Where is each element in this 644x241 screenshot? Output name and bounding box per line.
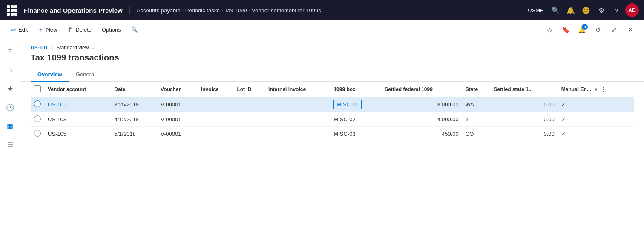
cell-1099-box: MISC-01: [330, 97, 381, 112]
cell-vendor-account: US-105: [44, 127, 111, 141]
avatar[interactable]: AD: [625, 3, 639, 17]
sidebar-home[interactable]: ⌂: [2, 61, 19, 78]
row-checkbox[interactable]: [34, 130, 41, 137]
sidebar: ≡ ⌂ ★ 🕐 ▦ ☰: [0, 39, 20, 241]
command-bar: ✏ Edit ＋ New 🗑 Delete Options 🔍 ◇ 🔖 🔔 0 …: [0, 20, 644, 39]
delete-icon: 🗑: [67, 26, 73, 33]
table-row: US-1034/12/2018V-00001MISC-024,000.00IL0…: [31, 112, 634, 127]
col-state: State: [462, 82, 491, 97]
col-filter-icon[interactable]: ▼: [594, 87, 598, 92]
cell-date: 3/25/2018: [111, 97, 157, 112]
bell-icon[interactable]: 🔔: [564, 3, 578, 17]
close-icon[interactable]: ✕: [624, 23, 637, 37]
delete-button[interactable]: 🗑 Delete: [63, 25, 96, 35]
sidebar-favorites[interactable]: ★: [2, 80, 19, 97]
smiley-icon[interactable]: 🙂: [579, 3, 593, 17]
cell-vendor-account: US-103: [44, 112, 111, 127]
main-layout: ≡ ⌂ ★ 🕐 ▦ ☰ US-101 | Standard view ⌄ Tax…: [0, 39, 644, 241]
cell-1099-box: MISC-02: [330, 112, 381, 127]
box-1099-selected[interactable]: MISC-01: [334, 100, 361, 109]
page-title: Tax 1099 transactions: [31, 53, 634, 63]
new-icon: ＋: [38, 26, 44, 34]
col-vendor-account: Vendor account: [44, 82, 111, 97]
view-sep: |: [52, 44, 53, 51]
options-button[interactable]: Options: [98, 25, 125, 34]
apps-grid-icon: [7, 5, 17, 16]
col-voucher: Voucher: [157, 82, 198, 97]
col-lot-id: Lot ID: [233, 82, 265, 97]
breadcrumb-item-4[interactable]: Vendor settlement for 1099s: [252, 7, 321, 14]
content-area: US-101 | Standard view ⌄ Tax 1099 transa…: [20, 39, 644, 241]
new-button[interactable]: ＋ New: [34, 24, 61, 35]
apps-menu-button[interactable]: [5, 3, 19, 17]
search-icon-top[interactable]: 🔍: [549, 3, 562, 17]
breadcrumb-item-3[interactable]: Tax 1099: [224, 7, 247, 14]
search-cmd-icon: 🔍: [131, 26, 138, 33]
edit-icon: ✏: [11, 26, 16, 33]
cell-voucher: V-00001: [157, 112, 198, 127]
cell-settled-federal: 4,000.00: [381, 112, 462, 127]
breadcrumb-sep-2: ›: [221, 8, 223, 13]
sidebar-list[interactable]: ☰: [2, 136, 19, 153]
col-more-icon[interactable]: ⋮: [600, 86, 606, 93]
notification-icon[interactable]: 🔔 0: [575, 23, 589, 37]
breadcrumb-sep-1: ›: [182, 8, 183, 13]
page-header: US-101 | Standard view ⌄ Tax 1099 transa…: [20, 39, 644, 68]
cell-date: 5/1/2018: [111, 127, 157, 141]
view-id: US-101: [31, 45, 48, 51]
top-bar-right: USMF 🔍 🔔 🙂 ⚙ ? AD: [528, 3, 639, 17]
help-icon[interactable]: ?: [610, 3, 624, 17]
view-selector: US-101 | Standard view ⌄: [31, 44, 634, 51]
cell-voucher: V-00001: [157, 127, 198, 141]
search-button[interactable]: 🔍: [127, 25, 142, 34]
sidebar-hamburger[interactable]: ≡: [2, 43, 19, 60]
cell-lot-id: [233, 127, 265, 141]
table-container: Vendor account Date Voucher Invoice Lot …: [20, 82, 644, 241]
tab-overview[interactable]: Overview: [31, 68, 69, 82]
tabs-container: Overview General: [20, 68, 644, 82]
cell-internal-invoice: [265, 97, 330, 112]
sidebar-grid[interactable]: ▦: [2, 118, 19, 135]
cell-manual-en: ✓: [558, 127, 634, 141]
breadcrumb-item-2[interactable]: Periodic tasks: [185, 7, 220, 14]
col-settled-federal: Settled federal 1099: [381, 82, 462, 97]
breadcrumb-item-1[interactable]: Accounts payable: [137, 7, 181, 14]
top-nav-bar: Finance and Operations Preview Accounts …: [0, 0, 644, 20]
refresh-icon[interactable]: ↺: [591, 23, 605, 37]
cell-1099-box: MISC-03: [330, 127, 381, 141]
settings-icon[interactable]: ⚙: [595, 3, 608, 17]
cell-settled-state: 0.00: [491, 97, 558, 112]
tab-general[interactable]: General: [69, 68, 102, 82]
col-1099-box: 1099 box: [330, 82, 381, 97]
cell-vendor-account: US-101: [44, 97, 111, 112]
table-row: US-1013/25/2018V-00001MISC-013,000.00WA0…: [31, 97, 634, 112]
col-internal-invoice: Internal invoice: [265, 82, 330, 97]
cell-invoice: [198, 112, 234, 127]
popout-icon[interactable]: ⤢: [607, 23, 621, 37]
manual-en-checkmark: ✓: [561, 102, 566, 108]
select-all-header[interactable]: [31, 82, 44, 97]
view-name-dropdown[interactable]: Standard view ⌄: [56, 45, 95, 51]
notification-badge-count: 0: [582, 24, 588, 30]
cell-lot-id: [233, 112, 265, 127]
cmd-bar-right-actions: ◇ 🔖 🔔 0 ↺ ⤢ ✕: [543, 23, 637, 37]
cell-internal-invoice: [265, 127, 330, 141]
col-manual-en: Manual En... ▼ ⋮: [558, 82, 634, 97]
edit-button[interactable]: ✏ Edit: [7, 25, 32, 35]
cell-settled-federal: 450.00: [381, 127, 462, 141]
row-checkbox[interactable]: [34, 115, 41, 122]
cell-manual-en: ✓: [558, 97, 634, 112]
manual-en-checkmark: ✓: [561, 117, 566, 123]
bookmark-icon[interactable]: 🔖: [559, 23, 572, 37]
chevron-down-icon: ⌄: [90, 45, 95, 51]
breadcrumb: Accounts payable › Periodic tasks › Tax …: [130, 7, 528, 14]
cell-settled-federal: 3,000.00: [381, 97, 462, 112]
sidebar-recent[interactable]: 🕐: [2, 99, 19, 116]
manual-en-checkmark: ✓: [561, 131, 566, 137]
vendor-account-link[interactable]: US-101: [48, 101, 66, 108]
diamond-icon[interactable]: ◇: [543, 23, 556, 37]
cell-state: IL: [462, 112, 491, 127]
cell-state: WA: [462, 97, 491, 112]
row-checkbox[interactable]: [34, 100, 41, 107]
cell-invoice: [198, 97, 234, 112]
